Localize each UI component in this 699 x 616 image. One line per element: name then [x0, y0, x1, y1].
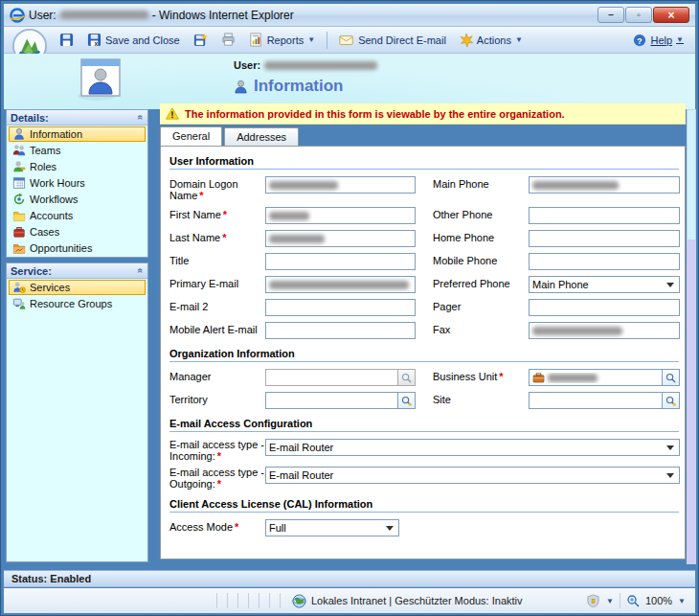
protection-caret-icon[interactable]: ▼ — [606, 597, 614, 605]
field-label-home-phone: Home Phone — [433, 230, 529, 247]
maximize-button[interactable]: ▫ — [625, 7, 652, 23]
field-label-mobile-phone: Mobile Phone — [433, 253, 529, 270]
collapse-chevron-icon[interactable]: « — [136, 115, 147, 121]
sidebar-item-label: Accounts — [30, 210, 73, 221]
title-field[interactable] — [265, 253, 416, 270]
redacted-value — [269, 181, 338, 190]
reports-caret-icon: ▼ — [307, 35, 315, 44]
sidebar-item-label: Workflows — [30, 194, 79, 205]
preferred-phone-select[interactable]: Main Phone — [529, 276, 680, 293]
navigation-sidebar: Details: « Information Teams — [6, 109, 148, 562]
user-information-grid: Domain Logon Name Main Phone First Name … — [169, 176, 679, 339]
security-zone-text: Lokales Intranet | Geschützter Modus: In… — [311, 595, 523, 606]
save-and-new-button[interactable] — [190, 31, 212, 49]
last-name-field[interactable] — [265, 230, 416, 247]
close-button[interactable]: × — [653, 7, 689, 23]
field-label-access-mode: Access Mode — [169, 519, 265, 536]
primary-email-field[interactable] — [265, 276, 416, 293]
send-direct-email-button[interactable]: Send Direct E-mail — [335, 32, 450, 49]
form-content: User Information Domain Logon Name Main … — [160, 146, 686, 559]
tab-general[interactable]: General — [160, 126, 222, 146]
form-scrollbar[interactable] — [687, 109, 696, 564]
email2-field[interactable] — [265, 299, 416, 316]
workflows-icon — [12, 193, 26, 206]
ie-status-bar: Lokales Intranet | Geschützter Modus: In… — [4, 588, 695, 613]
field-label-email-incoming: E-mail access type - Incoming: — [169, 439, 265, 462]
actions-menu-button[interactable]: Actions ▼ — [456, 32, 527, 49]
globe-icon — [292, 594, 306, 608]
business-unit-lookup-field[interactable] — [529, 369, 680, 386]
sidebar-item-label: Services — [30, 282, 70, 293]
cal-grid: Access Mode Full — [169, 519, 679, 536]
sidebar-item-services[interactable]: Services — [9, 280, 146, 295]
sidebar-item-workflows[interactable]: Workflows — [9, 192, 146, 207]
sidebar-item-label: Roles — [30, 161, 56, 172]
first-name-field[interactable] — [265, 207, 416, 224]
other-phone-field[interactable] — [529, 207, 680, 224]
reports-icon — [249, 33, 263, 47]
territory-lookup-field[interactable] — [265, 392, 416, 409]
section-email-access-configuration: E-mail Access Configuration — [169, 415, 679, 432]
save-button[interactable] — [56, 31, 78, 49]
cases-icon — [12, 225, 26, 239]
lookup-button[interactable] — [662, 370, 679, 385]
lookup-button[interactable] — [397, 393, 415, 408]
collapse-chevron-icon[interactable]: « — [136, 268, 147, 274]
mobile-phone-field[interactable] — [529, 253, 680, 270]
sidebar-item-label: Cases — [30, 226, 59, 238]
domain-logon-name-field[interactable] — [265, 176, 416, 194]
help-menu-button[interactable]: ? Help ▼ — [629, 32, 688, 49]
access-mode-select[interactable]: Full — [265, 519, 399, 536]
field-label-main-phone: Main Phone — [433, 176, 529, 201]
sidebar-item-label: Information — [30, 128, 82, 140]
email-access-grid: E-mail access type - Incoming: E-mail Ro… — [169, 439, 679, 490]
field-label-first-name: First Name — [169, 207, 265, 224]
pager-field[interactable] — [529, 299, 680, 316]
email-outgoing-select[interactable]: E-mail Router — [265, 467, 680, 484]
dropdown-arrow-icon — [666, 473, 674, 478]
scrollbar-thumb[interactable] — [687, 109, 696, 240]
main-phone-field[interactable] — [529, 176, 680, 194]
entity-label: User: — [234, 59, 260, 71]
manager-lookup-field[interactable] — [265, 369, 416, 386]
reports-menu-button[interactable]: Reports ▼ — [245, 31, 319, 49]
sidebar-item-cases[interactable]: Cases — [9, 224, 146, 240]
minimize-button[interactable]: – — [598, 7, 624, 23]
briefcase-icon — [532, 373, 545, 383]
home-phone-field[interactable] — [529, 230, 680, 247]
print-button[interactable] — [217, 31, 239, 49]
service-panel: Service: « Services Reso — [6, 262, 148, 562]
fax-field[interactable] — [529, 322, 680, 339]
entity-header: User: Information — [4, 54, 695, 109]
field-label-mobile-alert-email: Mobile Alert E-mail — [169, 322, 265, 339]
magnifier-icon — [665, 373, 676, 383]
email-incoming-select[interactable]: E-mail Router — [265, 439, 680, 456]
lookup-button[interactable] — [397, 370, 415, 385]
mobile-alert-email-field[interactable] — [265, 322, 416, 339]
section-organization-information: Organization Information — [169, 345, 679, 362]
save-and-close-label: Save and Close — [105, 34, 180, 46]
sidebar-item-teams[interactable]: Teams — [9, 143, 146, 158]
user-form-icon — [76, 57, 125, 103]
actions-label: Actions — [477, 34, 511, 46]
lookup-button[interactable] — [662, 393, 679, 408]
sidebar-item-accounts[interactable]: Accounts — [9, 208, 146, 223]
redacted-value — [269, 281, 409, 289]
notice-text: The information provided in this form is… — [185, 108, 565, 120]
sidebar-item-work-hours[interactable]: Work Hours — [9, 175, 146, 191]
site-lookup-field[interactable] — [529, 392, 680, 409]
resource-groups-icon — [12, 297, 26, 310]
tab-addresses[interactable]: Addresses — [224, 127, 299, 146]
zoom-caret-icon[interactable]: ▼ — [678, 597, 686, 605]
service-panel-title: Service: — [11, 265, 52, 277]
sidebar-item-opportunities[interactable]: Opportunities — [9, 240, 146, 256]
sidebar-item-label: Opportunities — [30, 242, 92, 254]
sidebar-item-resource-groups[interactable]: Resource Groups — [9, 296, 146, 311]
help-caret-icon: ▼ — [676, 35, 684, 44]
save-and-close-button[interactable]: x Save and Close — [83, 31, 184, 49]
field-label-preferred-phone: Preferred Phone — [433, 276, 529, 293]
sidebar-item-information[interactable]: Information — [9, 126, 146, 142]
service-panel-header[interactable]: Service: « — [7, 263, 147, 279]
sidebar-item-roles[interactable]: Roles — [9, 159, 146, 174]
details-panel-header[interactable]: Details: « — [7, 110, 147, 125]
